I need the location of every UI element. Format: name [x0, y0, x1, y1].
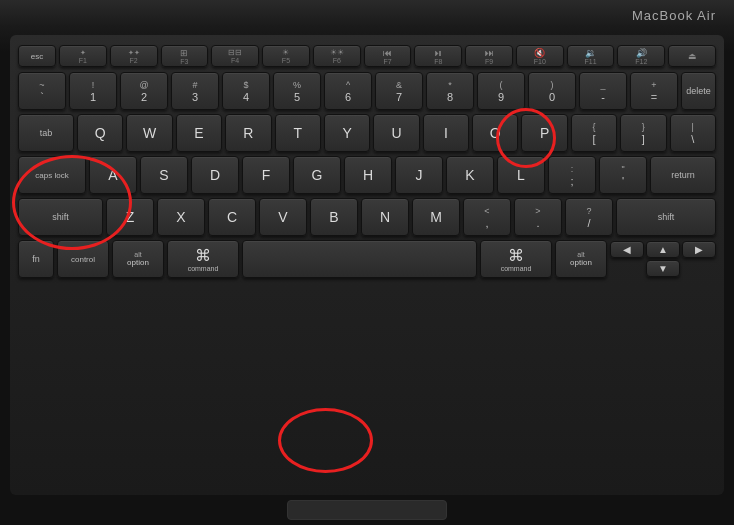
f2-key[interactable]: ✦✦ F2 [110, 45, 158, 67]
f9-key[interactable]: ⏭ F9 [465, 45, 513, 67]
l-key[interactable]: L [497, 156, 545, 194]
quote-key[interactable]: "' [599, 156, 647, 194]
e-key[interactable]: E [176, 114, 222, 152]
bottom-row: fn control alt option ⌘ command ⌘ comman… [18, 240, 716, 278]
o-key[interactable]: O [472, 114, 518, 152]
v-key[interactable]: V [259, 198, 307, 236]
delete-key[interactable]: delete [681, 72, 716, 110]
tab-key[interactable]: tab [18, 114, 74, 152]
power-key[interactable]: ⏏ [668, 45, 716, 67]
shift-left-key[interactable]: shift [18, 198, 103, 236]
t-key[interactable]: T [275, 114, 321, 152]
f11-key[interactable]: 🔉 F11 [567, 45, 615, 67]
f10-key[interactable]: 🔇 F10 [516, 45, 564, 67]
a-key[interactable]: A [89, 156, 137, 194]
5-key[interactable]: %5 [273, 72, 321, 110]
f1-key[interactable]: ✦ F1 [59, 45, 107, 67]
command-right-key[interactable]: ⌘ command [480, 240, 552, 278]
r-key[interactable]: R [225, 114, 271, 152]
f6-key[interactable]: ☀☀ F6 [313, 45, 361, 67]
arrow-left-key[interactable]: ◀ [610, 241, 644, 258]
esc-key[interactable]: esc [18, 45, 56, 67]
f5-key[interactable]: ☀ F5 [262, 45, 310, 67]
2-key[interactable]: @2 [120, 72, 168, 110]
semicolon-key[interactable]: :; [548, 156, 596, 194]
b-key[interactable]: B [310, 198, 358, 236]
p-key[interactable]: P [521, 114, 567, 152]
shift-right-key[interactable]: shift [616, 198, 716, 236]
minus-key[interactable]: _- [579, 72, 627, 110]
f12-key[interactable]: 🔊 F12 [617, 45, 665, 67]
capslock-key[interactable]: caps lock [18, 156, 86, 194]
u-key[interactable]: U [373, 114, 419, 152]
tilde-key[interactable]: ~` [18, 72, 66, 110]
keyboard-area: esc ✦ F1 ✦✦ F2 ⊞ F3 ⊟⊟ F4 ☀ F5 [10, 35, 724, 495]
i-key[interactable]: I [423, 114, 469, 152]
period-key[interactable]: >. [514, 198, 562, 236]
n-key[interactable]: N [361, 198, 409, 236]
arrow-down-key[interactable]: ▼ [646, 260, 680, 277]
backslash-key[interactable]: |\ [670, 114, 716, 152]
option-left-key[interactable]: alt option [112, 240, 164, 278]
command-left-key[interactable]: ⌘ command [167, 240, 239, 278]
f4-key[interactable]: ⊟⊟ F4 [211, 45, 259, 67]
c-key[interactable]: C [208, 198, 256, 236]
w-key[interactable]: W [126, 114, 172, 152]
arrow-right-key[interactable]: ▶ [682, 241, 716, 258]
number-row: ~` !1 @2 #3 $4 %5 ^6 &7 [18, 72, 716, 110]
s-key[interactable]: S [140, 156, 188, 194]
option-right-key[interactable]: alt option [555, 240, 607, 278]
9-key[interactable]: (9 [477, 72, 525, 110]
6-key[interactable]: ^6 [324, 72, 372, 110]
g-key[interactable]: G [293, 156, 341, 194]
f7-key[interactable]: ⏮ F7 [364, 45, 412, 67]
space-key[interactable] [242, 240, 477, 278]
macbook-air-label: MacBook Air [632, 8, 716, 23]
z-key[interactable]: Z [106, 198, 154, 236]
arrow-keys: ◀ ▲ ▼ ▶ [610, 241, 716, 277]
trackpad[interactable] [287, 500, 447, 520]
k-key[interactable]: K [446, 156, 494, 194]
f3-key[interactable]: ⊞ F3 [161, 45, 209, 67]
7-key[interactable]: &7 [375, 72, 423, 110]
d-key[interactable]: D [191, 156, 239, 194]
0-key[interactable]: )0 [528, 72, 576, 110]
function-row: esc ✦ F1 ✦✦ F2 ⊞ F3 ⊟⊟ F4 ☀ F5 [18, 45, 716, 67]
f-key[interactable]: F [242, 156, 290, 194]
m-key[interactable]: M [412, 198, 460, 236]
comma-key[interactable]: <, [463, 198, 511, 236]
caps-row: caps lock A S D F G H J K L :; "' return [18, 156, 716, 194]
screenshot-container: MacBook Air esc ✦ F1 ✦✦ F2 ⊞ F3 ⊟⊟ F4 [0, 0, 734, 525]
1-key[interactable]: !1 [69, 72, 117, 110]
3-key[interactable]: #3 [171, 72, 219, 110]
x-key[interactable]: X [157, 198, 205, 236]
control-key[interactable]: control [57, 240, 109, 278]
return-key[interactable]: return [650, 156, 716, 194]
y-key[interactable]: Y [324, 114, 370, 152]
8-key[interactable]: *8 [426, 72, 474, 110]
arrow-up-key[interactable]: ▲ [646, 241, 680, 258]
fn-key[interactable]: fn [18, 240, 54, 278]
j-key[interactable]: J [395, 156, 443, 194]
lbracket-key[interactable]: {[ [571, 114, 617, 152]
equals-key[interactable]: += [630, 72, 678, 110]
f8-key[interactable]: ⏯ F8 [414, 45, 462, 67]
h-key[interactable]: H [344, 156, 392, 194]
slash-key[interactable]: ?/ [565, 198, 613, 236]
tab-row: tab Q W E R T Y U I O P {[ }] |\ [18, 114, 716, 152]
q-key[interactable]: Q [77, 114, 123, 152]
shift-row: shift Z X C V B N M <, >. ?/ shift [18, 198, 716, 236]
rbracket-key[interactable]: }] [620, 114, 666, 152]
4-key[interactable]: $4 [222, 72, 270, 110]
